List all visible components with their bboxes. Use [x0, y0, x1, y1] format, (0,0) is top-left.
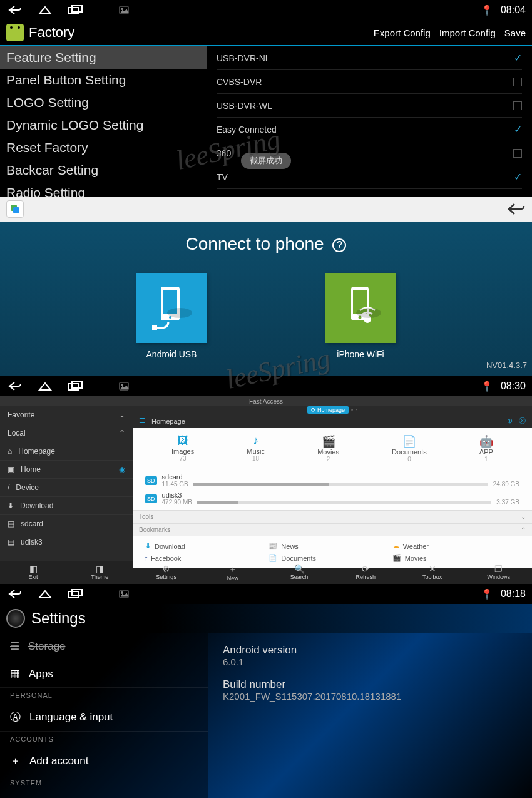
facebook-icon: f — [145, 555, 147, 562]
storage-icon: ☰ — [10, 640, 19, 653]
btn-exit[interactable]: ◧Exit — [0, 561, 66, 584]
screenshot-icon[interactable] — [115, 4, 133, 16]
connect-back-icon[interactable] — [506, 202, 526, 217]
location-icon: 📍 — [481, 381, 493, 392]
back-icon[interactable] — [6, 380, 24, 392]
cat-app[interactable]: 🤖APP1 — [479, 434, 493, 463]
check-cvbs-dvr[interactable]: CVBS-DVR — [217, 70, 522, 94]
btn-toolbox[interactable]: ✕Toolbox — [399, 561, 466, 584]
favorite-section[interactable]: Favorite⌄ — [0, 406, 133, 424]
checkbox[interactable] — [513, 78, 522, 86]
check-usb-dvr-wl[interactable]: USB-DVR-WL — [217, 94, 522, 118]
btn-new[interactable]: ＋New — [200, 561, 266, 584]
menu-feature-setting[interactable]: Feature Setting — [0, 46, 207, 69]
menu-storage[interactable]: ☰Storage — [0, 633, 208, 660]
check-usb-dvr-nl[interactable]: USB-DVR-NL✓ — [217, 46, 522, 70]
screenshot-icon[interactable] — [115, 380, 133, 392]
side-udisk3[interactable]: ▤udisk3 — [0, 533, 133, 551]
menu-add-account[interactable]: ＋Add account — [0, 747, 208, 775]
home-icon[interactable] — [36, 380, 54, 392]
android-usb-label: Android USB — [136, 349, 207, 359]
svg-rect-17 — [72, 382, 82, 388]
bookmark-weather[interactable]: ☁Weather — [392, 540, 516, 552]
menu-backcar[interactable]: Backcar Setting — [0, 159, 207, 182]
clock-2: 08:30 — [501, 381, 526, 392]
cat-music[interactable]: ♪Music18 — [247, 434, 265, 463]
storage-sdcard[interactable]: SDsdcard11.45 GB24.89 GB — [145, 471, 519, 489]
system-header: SYSTEM — [0, 775, 208, 790]
menu-radio[interactable]: Radio Setting — [0, 182, 207, 197]
checkbox[interactable] — [513, 149, 522, 158]
checkbox[interactable]: ✓ — [513, 125, 522, 134]
clock-3: 08:18 — [501, 588, 526, 600]
menu-date-time[interactable]: ◷Date & time — [0, 790, 208, 798]
close-icon[interactable]: ⓧ — [519, 416, 526, 426]
recent-icon[interactable] — [66, 4, 84, 16]
checkbox[interactable] — [513, 101, 522, 110]
import-config-button[interactable]: Import Config — [439, 28, 496, 38]
menu-language[interactable]: ⒶLanguage & input — [0, 703, 208, 732]
menu-apps[interactable]: ▦Apps — [0, 660, 208, 688]
android-version-value: 6.0.1 — [223, 657, 517, 667]
tab-add-icon[interactable]: ▫ — [356, 407, 357, 413]
iphone-wifi-icon — [325, 273, 396, 343]
recent-icon[interactable] — [66, 380, 84, 392]
menu-panel-button[interactable]: Panel Button Setting — [0, 69, 207, 91]
screenshot-icon[interactable] — [115, 588, 133, 600]
checkbox[interactable]: ✓ — [513, 173, 522, 182]
export-config-button[interactable]: Export Config — [374, 28, 431, 38]
recent-icon[interactable] — [66, 588, 84, 600]
factory-header: Factory Export Config Import Config Save — [0, 20, 532, 46]
tab-device-icon[interactable]: ▫ — [351, 407, 353, 413]
fast-access-bar[interactable]: Fast Access — [0, 396, 532, 406]
menu-icon[interactable]: ☰ — [139, 417, 145, 425]
checkbox[interactable]: ✓ — [513, 54, 522, 63]
save-button[interactable]: Save — [504, 28, 526, 38]
back-icon[interactable] — [6, 588, 24, 600]
tools-section[interactable]: Tools⌄ — [133, 510, 532, 523]
side-homepage[interactable]: ⌂Homepage — [0, 442, 133, 461]
svg-point-23 — [121, 592, 123, 594]
home-icon[interactable] — [36, 588, 54, 600]
bookmark-download[interactable]: ⬇Download — [145, 540, 269, 552]
menu-dynamic-logo[interactable]: Dynamic LOGO Setting — [0, 114, 207, 136]
svg-rect-16 — [68, 384, 78, 390]
btn-search[interactable]: 🔍Search — [266, 561, 332, 584]
local-section[interactable]: Local⌃ — [0, 424, 133, 442]
side-home[interactable]: ▣Home◉ — [0, 461, 133, 479]
accounts-header: ACCOUNTS — [0, 732, 208, 747]
search-icon: 🔍 — [266, 564, 332, 574]
sd-icon: SD — [145, 476, 157, 485]
side-download[interactable]: ⬇Download — [0, 497, 133, 515]
storage-udisk3[interactable]: SDudisk3472.90 MB3.37 GB — [145, 489, 519, 508]
menu-logo[interactable]: LOGO Setting — [0, 91, 207, 114]
android-usb-option[interactable]: Android USB — [136, 273, 207, 359]
btn-windows[interactable]: ❐Windows — [466, 561, 532, 584]
home-icon[interactable] — [36, 4, 54, 16]
btn-refresh[interactable]: ⟳Refresh — [332, 561, 399, 584]
expand-icon[interactable]: ⊕ — [507, 417, 513, 425]
side-device[interactable]: /Device — [0, 479, 133, 497]
tab-homepage[interactable]: ⟳ Homepage — [307, 406, 349, 414]
cat-images[interactable]: 🖼Images73 — [171, 434, 194, 463]
btn-theme[interactable]: ◨Theme — [66, 561, 133, 584]
btn-settings[interactable]: ⚙Settings — [133, 561, 200, 584]
images-icon: 🖼 — [171, 434, 194, 448]
cat-documents[interactable]: 📄Documents0 — [392, 434, 427, 463]
check-easy-conneted[interactable]: Easy Conneted✓ — [217, 118, 522, 141]
status-bar-3: 📍 08:18 — [0, 584, 532, 604]
cat-movies[interactable]: 🎬Movies2 — [317, 434, 339, 463]
news-icon: 📰 — [269, 542, 277, 550]
toolbox-icon: ✕ — [399, 564, 466, 574]
side-sdcard[interactable]: ▤sdcard — [0, 515, 133, 533]
iphone-wifi-option[interactable]: iPhone WiFi — [325, 273, 396, 359]
bookmarks-section[interactable]: Bookmarks⌃ — [133, 523, 532, 536]
music-icon: ♪ — [247, 434, 265, 448]
help-icon[interactable]: ? — [332, 238, 346, 252]
settings-menu: ☰Storage ▦Apps PERSONAL ⒶLanguage & inpu… — [0, 633, 208, 798]
toast: 截屏成功 — [241, 153, 291, 169]
bookmark-news[interactable]: 📰News — [269, 540, 392, 552]
menu-reset-factory[interactable]: Reset Factory — [0, 136, 207, 159]
back-icon[interactable] — [6, 4, 24, 16]
build-number-label: Build number — [223, 678, 517, 691]
